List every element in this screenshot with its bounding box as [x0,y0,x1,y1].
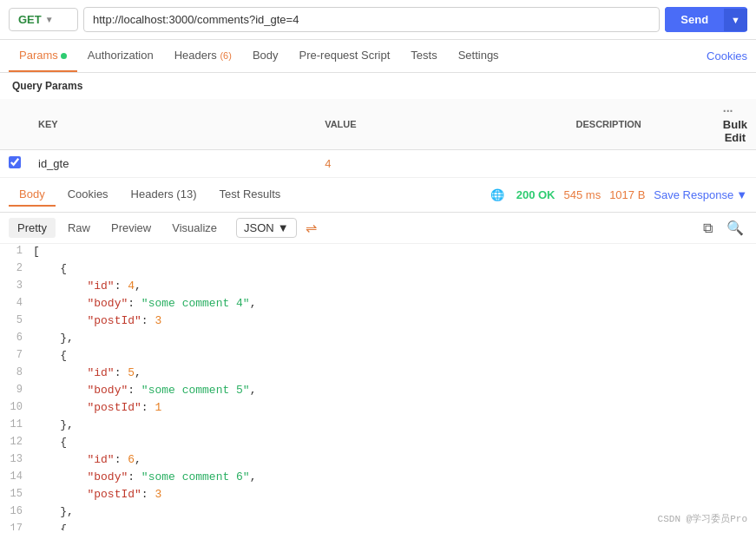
tab-params[interactable]: Params [9,40,77,72]
code-line: 4 "body": "some comment 4", [0,296,756,313]
globe-icon: 🌐 [490,188,504,201]
status-ok: 200 OK [516,188,555,201]
url-input[interactable] [83,7,660,32]
save-response-button[interactable]: Save Response ▼ [654,188,747,201]
copy-button[interactable]: ⧉ [700,218,716,238]
search-button[interactable]: 🔍 [723,218,747,238]
response-tab-body[interactable]: Body [9,183,56,207]
params-table: KEY VALUE DESCRIPTION ··· Bulk Edit id_g… [0,99,756,178]
params-dot [61,53,67,59]
query-params-label: Query Params [0,73,756,99]
code-viewer[interactable]: 1 [ 2 { 3 "id": 4, 4 "body": "some comme… [0,244,756,530]
response-tabs-row: Body Cookies Headers (13) Test Results 🌐… [0,178,756,213]
code-line: 9 "body": "some comment 5", [0,383,756,400]
code-line: 8 "id": 5, [0,365,756,383]
filter-icon[interactable]: ⇌ [306,220,317,236]
dots-icon: ··· [723,104,733,118]
format-tab-preview[interactable]: Preview [102,218,160,238]
code-line: 11 }, [0,418,756,435]
bulk-edit-button[interactable]: Bulk Edit [723,118,747,144]
method-label: GET [18,13,42,26]
code-line: 10 "postId": 1 [0,400,756,418]
param-description [568,150,714,178]
code-line: 6 }, [0,331,756,348]
code-line: 15 "postId": 3 [0,487,756,504]
format-tab-visualize[interactable]: Visualize [163,218,226,238]
col-header-description: DESCRIPTION [568,99,714,150]
send-dropdown-button[interactable]: ▼ [724,9,747,31]
response-tab-test-results[interactable]: Test Results [208,183,291,207]
code-line: 17 { [0,522,756,530]
row-checkbox[interactable] [9,156,21,168]
code-line: 5 "postId": 3 [0,313,756,331]
param-value: 4 [316,150,567,178]
format-tab-raw[interactable]: Raw [59,218,99,238]
request-tabs: Params Authorization Headers (6) Body Pr… [0,40,756,73]
code-line: 7 { [0,348,756,365]
app-container: GET ▼ Send ▼ Params Authorization Header… [0,0,756,530]
watermark: CSDN @学习委员Pro [658,512,747,525]
status-time: 545 ms [564,188,602,201]
col-header-value: VALUE [316,99,567,150]
code-line: 14 "body": "some comment 6", [0,470,756,487]
method-selector[interactable]: GET ▼ [9,8,78,31]
status-size: 1017 B [609,188,645,201]
tab-headers[interactable]: Headers (6) [164,40,242,72]
col-header-actions: ··· Bulk Edit [714,99,756,150]
code-line: 2 { [0,261,756,279]
code-line: 16 }, [0,504,756,522]
format-type-select[interactable]: JSON ▼ [236,218,297,238]
param-key: id_gte [30,150,316,178]
cookies-link[interactable]: Cookies [707,41,747,71]
send-button-group: Send ▼ [665,7,747,32]
top-bar: GET ▼ Send ▼ [0,0,756,40]
response-tab-headers[interactable]: Headers (13) [121,183,207,207]
code-line: 3 "id": 4, [0,279,756,296]
response-status: 🌐 200 OK 545 ms 1017 B Save Response ▼ [490,188,747,201]
format-tab-pretty[interactable]: Pretty [9,218,56,238]
response-tab-cookies[interactable]: Cookies [57,183,119,207]
code-line: 12 { [0,435,756,452]
format-bar-right: ⧉ 🔍 [700,218,747,238]
col-header-key: KEY [30,99,316,150]
table-row: id_gte 4 [0,150,756,178]
tab-body[interactable]: Body [242,40,289,72]
code-line: 13 "id": 6, [0,452,756,470]
tab-authorization[interactable]: Authorization [77,40,164,72]
tab-prerequest[interactable]: Pre-request Script [289,40,401,72]
tab-settings[interactable]: Settings [448,40,509,72]
tab-tests[interactable]: Tests [400,40,447,72]
send-button[interactable]: Send [665,7,724,32]
code-line: 1 [ [0,244,756,261]
format-bar: Pretty Raw Preview Visualize JSON ▼ ⇌ ⧉ … [0,213,756,244]
method-chevron: ▼ [45,15,54,24]
